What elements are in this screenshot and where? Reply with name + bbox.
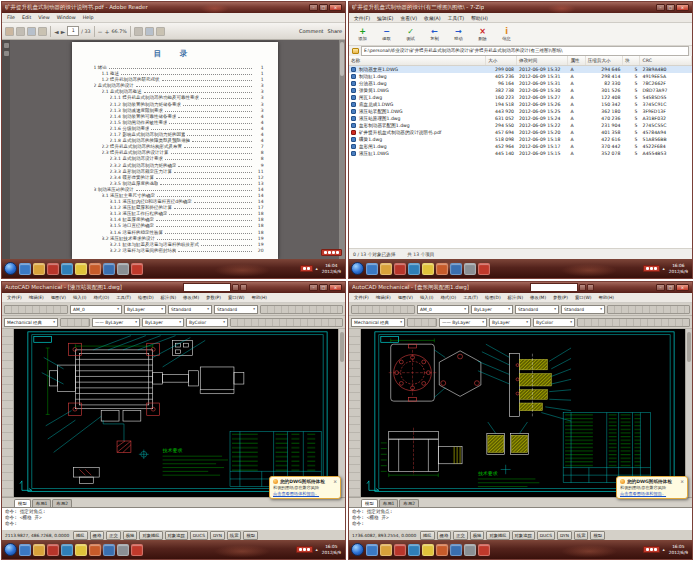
lineweight-combo[interactable]: ByLayer▾: [489, 318, 531, 327]
search-icon[interactable]: [579, 284, 586, 291]
pdf-menu-item[interactable]: View: [35, 15, 52, 20]
tray-expand-icon[interactable]: ▴: [662, 266, 664, 271]
zip-tool-button[interactable]: ← 复制: [426, 27, 443, 41]
taskbar-app-icon[interactable]: [61, 544, 73, 556]
share-button[interactable]: Share: [328, 28, 342, 34]
status-toggle-button[interactable]: 正交: [106, 531, 121, 540]
status-toggle-button[interactable]: DUCS: [537, 531, 555, 540]
extra-toolbar-strip[interactable]: [577, 318, 690, 327]
cad-menu-item[interactable]: 插入(I): [70, 295, 90, 300]
column-header[interactable]: 名称: [349, 56, 486, 65]
cad-menu-item[interactable]: 插入(I): [417, 295, 437, 300]
prev-page-icon[interactable]: ◄: [54, 28, 59, 35]
zip-menu-item[interactable]: 收藏(A): [421, 15, 444, 21]
plotstyle-combo[interactable]: ByColor▾: [533, 318, 575, 327]
taskbar-app-icon[interactable]: [394, 544, 406, 556]
taskbar-app-icon[interactable]: [103, 544, 115, 556]
cad-menu-item[interactable]: 文件(F): [4, 295, 25, 300]
status-toggle-button[interactable]: 捕捉: [420, 531, 435, 540]
balloon-link[interactable]: 点击查看图纸体检报告。: [620, 491, 684, 496]
taskbar-app-icon[interactable]: [478, 263, 490, 275]
taskbar-app-icon[interactable]: [408, 544, 420, 556]
notification-balloon[interactable]: 您的DWG图纸待体检 × 检测到图纸存在兼容风险 点击查看图纸体检报告。: [616, 476, 688, 499]
column-header[interactable]: 块: [623, 56, 640, 65]
status-toggle-button[interactable]: 正交: [453, 531, 468, 540]
file-row[interactable]: 制动器支座1.DWG 299 008 2012-06-09 15:32 A 29…: [349, 66, 692, 73]
pdf-sidebar[interactable]: [2, 40, 10, 259]
cad-menu-item[interactable]: 参数(P): [203, 295, 224, 300]
zip-tool-button[interactable]: × 删除: [474, 27, 491, 41]
address-input[interactable]: E:\personal\毕业设计\矿井提升机盘式制动器的设计\矿井提升机盘式制动…: [361, 46, 689, 56]
linetype-combo[interactable]: —— ByLayer▾: [92, 318, 140, 327]
status-toggle-button[interactable]: 对象追踪: [165, 531, 188, 540]
cad-menu-item[interactable]: 参数(P): [550, 295, 571, 300]
taskbar-app-icon[interactable]: [89, 544, 101, 556]
taskbar-app-icon[interactable]: [117, 544, 129, 556]
layout-tab[interactable]: 布局1: [379, 499, 399, 507]
taskbar-app-icon[interactable]: [408, 263, 420, 275]
status-toggle-button[interactable]: 捕捉: [73, 531, 88, 540]
file-row[interactable]: 液压站原理图1.dwg 631 052 2012-06-09 15:24 A 4…: [349, 115, 692, 122]
canvas-scrollbar[interactable]: [338, 329, 345, 497]
status-toggle-button[interactable]: DUCS: [190, 531, 208, 540]
zip-tool-button[interactable]: − 提取: [378, 27, 395, 41]
zoom-level-label[interactable]: 66.7%: [112, 29, 127, 34]
cad-menu-item[interactable]: 修改(M): [527, 295, 549, 300]
taskbar-app-icon[interactable]: [47, 544, 59, 556]
taskbar-app-icon[interactable]: [89, 263, 101, 275]
start-button[interactable]: [4, 262, 17, 275]
floating-page-widget[interactable]: [321, 249, 342, 256]
layout-tab[interactable]: 布局2: [399, 499, 419, 507]
zip-tool-button[interactable]: ✓ 测试: [402, 27, 419, 41]
taskbar-app-icon[interactable]: [450, 544, 462, 556]
page-number-input[interactable]: 1: [67, 26, 79, 36]
dimstyle-combo[interactable]: Standard▾: [214, 305, 258, 314]
file-row[interactable]: 制动缸1.dwg 405 236 2012-06-09 15:31 A 298 …: [349, 73, 692, 80]
status-toggle-button[interactable]: DYN: [210, 531, 225, 540]
zoom-out-icon[interactable]: −: [98, 28, 103, 35]
tray-expand-icon[interactable]: ▴: [315, 266, 317, 271]
taskbar-app-icon[interactable]: [464, 263, 476, 275]
layer-combo[interactable]: AM_0▾: [70, 305, 122, 314]
thumbnails-icon[interactable]: [4, 43, 9, 48]
taskbar-app-icon[interactable]: [117, 263, 129, 275]
zoom-in-icon[interactable]: +: [105, 28, 110, 35]
layer-tools-strip[interactable]: [407, 318, 437, 327]
cad-menu-item[interactable]: 编辑(E): [373, 295, 394, 300]
modify-toolbar-strip[interactable]: [607, 305, 690, 314]
cad-menu-item[interactable]: 帮助(H): [249, 295, 271, 300]
file-row[interactable]: 分油器1.dwg 96 164 2012-06-09 15:31 A 82 33…: [349, 80, 692, 87]
ime-bar[interactable]: [300, 265, 313, 272]
column-header[interactable]: CRC: [640, 56, 691, 65]
file-row[interactable]: 碟簧1.dwg 518 098 2012-06-09 15:18 A 422 6…: [349, 136, 692, 143]
standard-toolbar-strip[interactable]: [4, 305, 68, 314]
cad-menu-item[interactable]: 绘图(D): [482, 295, 504, 300]
pdf-menu-item[interactable]: Help: [80, 15, 97, 20]
status-toggle-button[interactable]: 对象追踪: [512, 531, 535, 540]
taskbar-app-icon[interactable]: [366, 263, 378, 275]
status-toggle-button[interactable]: 极轴: [470, 531, 485, 540]
cad-menu-item[interactable]: 文件(F): [351, 295, 372, 300]
start-button[interactable]: [351, 262, 364, 275]
zip-menu-item[interactable]: 文件(F): [351, 15, 373, 21]
maximize-button[interactable]: □: [666, 284, 675, 291]
pdf-scrollbar[interactable]: [339, 40, 345, 259]
pdf-tool-icon[interactable]: [16, 27, 25, 36]
maximize-button[interactable]: □: [319, 4, 328, 11]
pdf-menu-item[interactable]: Window: [54, 15, 79, 20]
status-toggle-button[interactable]: 线宽: [574, 531, 589, 540]
status-toggle-button[interactable]: 栅格: [437, 531, 452, 540]
taskbar-app-icon[interactable]: [131, 263, 143, 275]
zip-menu-item[interactable]: 工具(T): [445, 15, 467, 21]
balloon-close-icon[interactable]: ×: [333, 479, 337, 484]
tray-clock[interactable]: 16:04 2012/6/9: [320, 263, 343, 273]
maximize-button[interactable]: □: [666, 4, 675, 11]
standard-toolbar-strip[interactable]: [351, 305, 415, 314]
start-button[interactable]: [4, 543, 17, 556]
taskbar-app-icon[interactable]: [47, 263, 59, 275]
taskbar-app-icon[interactable]: [478, 544, 490, 556]
pdf-view-icon[interactable]: [145, 27, 154, 36]
file-row[interactable]: 盘形制动器装配图1.dwg 294 550 2012-06-09 15:22 A…: [349, 122, 692, 129]
pdf-menu-item[interactable]: Edit: [19, 15, 34, 20]
minimize-button[interactable]: –: [656, 284, 665, 291]
